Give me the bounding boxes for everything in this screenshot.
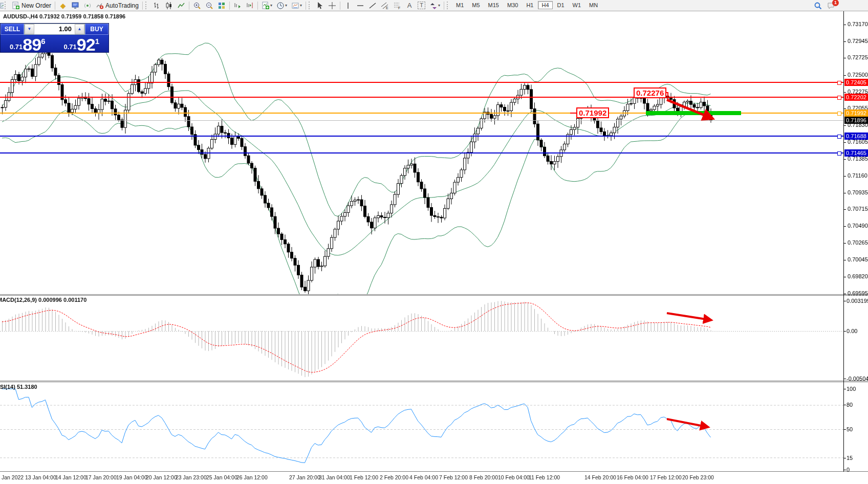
- svg-text:E: E: [386, 6, 388, 10]
- timeframe-M1[interactable]: M1: [452, 1, 467, 9]
- periods-button[interactable]: ▾: [274, 0, 289, 11]
- bar-chart-button[interactable]: [150, 0, 163, 11]
- timeframe-MN[interactable]: MN: [585, 1, 601, 9]
- green-highlight-band[interactable]: [646, 111, 741, 115]
- horizontal-level-line[interactable]: [0, 136, 843, 137]
- horizontal-level-line[interactable]: [0, 97, 843, 98]
- level-price-label: 0.71688: [844, 133, 868, 140]
- search-icon[interactable]: [814, 2, 822, 10]
- timeframe-M30[interactable]: M30: [504, 1, 522, 9]
- new-order-button[interactable]: New Order: [10, 0, 53, 11]
- volume-increase-button[interactable]: ▲: [75, 24, 84, 34]
- price-annotation-0.71992[interactable]: 0.71992: [576, 107, 609, 118]
- chart-symbol-ohlc-title: AUDUSD-,H4 0.71932 0.71959 0.71858 0.718…: [3, 13, 125, 19]
- buy-button[interactable]: BUY: [85, 24, 108, 35]
- price-tick-label: 0.72500: [848, 72, 868, 78]
- price-tick-label: 0.69595: [848, 290, 868, 296]
- chart-window-icon[interactable]: [0, 2, 4, 10]
- rsi-axis-label: 0: [847, 467, 850, 473]
- line-end-marker: [837, 81, 841, 85]
- time-axis-label: 2 Feb 20:00: [380, 474, 408, 480]
- chart-shift-button[interactable]: [244, 0, 256, 11]
- macd-axis-label: 0.00: [847, 328, 857, 334]
- indicators-button[interactable]: ▾: [259, 0, 274, 11]
- metaeditor-button[interactable]: ◆: [57, 0, 69, 11]
- toolbar-separator: [340, 2, 340, 10]
- bid-price-line: [0, 120, 843, 121]
- timeframe-H1[interactable]: H1: [523, 1, 537, 9]
- time-axis-label: 16 Feb 04:00: [617, 474, 648, 480]
- vertical-line-tool-button[interactable]: [342, 0, 354, 11]
- bid-price-big-digits: 89: [23, 37, 41, 52]
- level-price-label: 0.71992: [844, 109, 868, 117]
- time-axis-label: 11 Feb 12:00: [529, 474, 560, 480]
- price-annotation-0.72276[interactable]: 0.72276: [634, 87, 666, 98]
- chevron-down-icon: ▾: [285, 3, 287, 8]
- chevron-down-icon: ▾: [438, 3, 440, 8]
- chat-icon[interactable]: 1: [827, 2, 835, 10]
- text-tool-button[interactable]: A: [403, 0, 416, 11]
- autotrading-label: AutoTrading: [105, 2, 139, 9]
- crosshair-tool-button[interactable]: [326, 0, 338, 11]
- arrows-tool-button[interactable]: ▾: [427, 0, 442, 11]
- ask-price-pip-digit: 1: [95, 37, 99, 46]
- horizontal-level-line[interactable]: [0, 82, 843, 83]
- time-axis-label: 7 Feb 12:00: [439, 474, 468, 480]
- price-tick-label: 0.70715: [848, 206, 868, 212]
- time-axis-label: 14 Jan 12:00: [55, 474, 86, 480]
- line-end-marker: [837, 151, 841, 156]
- signals-button[interactable]: [81, 0, 94, 11]
- zoom-out-button[interactable]: [203, 0, 215, 11]
- autotrading-button[interactable]: AutoTrading: [94, 0, 141, 11]
- toolbar-separator: [306, 2, 306, 10]
- timeframe-D1[interactable]: D1: [554, 1, 568, 9]
- trendline-icon: [368, 2, 377, 10]
- time-axis-label: 23 Jan 23:00: [176, 474, 207, 480]
- time-axis-label: Jan 2022: [2, 474, 24, 480]
- equidistant-channel-tool-button[interactable]: E: [379, 0, 391, 11]
- toolbar-separator: [444, 2, 444, 10]
- time-axis-label: 31 Jan 04:00: [319, 474, 350, 480]
- line-end-marker: [837, 96, 841, 100]
- vertical-line-icon: [344, 2, 352, 10]
- text-label-tool-button[interactable]: T: [416, 0, 427, 11]
- chart-canvas[interactable]: [0, 0, 868, 484]
- volume-input[interactable]: 1.00: [34, 24, 75, 34]
- new-order-label: New Order: [21, 2, 51, 9]
- bar-chart-icon: [153, 2, 161, 10]
- sell-button[interactable]: SELL: [1, 24, 24, 35]
- zoom-in-button[interactable]: [191, 0, 203, 11]
- ask-price-prefix: 0.71: [64, 43, 77, 51]
- volume-decrease-button[interactable]: ▼: [25, 24, 34, 34]
- rsi-axis-label: 100: [847, 386, 856, 392]
- horizontal-level-line[interactable]: [0, 152, 843, 153]
- ask-price-big-digits: 92: [77, 37, 95, 52]
- auto-scroll-button[interactable]: [231, 0, 244, 11]
- line-chart-icon: [177, 2, 185, 10]
- timeframe-H4[interactable]: H4: [538, 1, 552, 9]
- metaeditor-icon: ◆: [59, 2, 67, 10]
- candlestick-chart-button[interactable]: [163, 0, 175, 11]
- horizontal-line-tool-button[interactable]: [354, 0, 366, 11]
- time-axis-label: 27 Jan 20:00: [289, 474, 320, 480]
- timeframe-group: M1M5M15M30H1H4D1W1MN: [452, 2, 602, 9]
- svg-text:F: F: [398, 6, 400, 10]
- fibonacci-tool-button[interactable]: F: [391, 0, 403, 11]
- timeframe-M5[interactable]: M5: [468, 1, 483, 9]
- text-label-icon: T: [418, 2, 425, 9]
- macd-axis-label: 0.003199: [847, 298, 868, 304]
- arrows-icon: [429, 2, 438, 10]
- trendline-tool-button[interactable]: [366, 0, 379, 11]
- tile-windows-button[interactable]: [215, 0, 228, 11]
- line-chart-button[interactable]: [175, 0, 187, 11]
- time-axis-label: 10 Feb 04:00: [498, 474, 530, 480]
- time-axis-label: 20 Jan 12:00: [146, 474, 177, 480]
- strategy-tester-button[interactable]: [69, 0, 81, 11]
- cursor-tool-button[interactable]: [314, 0, 326, 11]
- templates-button[interactable]: ▾: [289, 0, 304, 11]
- time-axis-label: 20 Feb 23:00: [682, 474, 714, 480]
- timeframe-W1[interactable]: W1: [569, 1, 585, 9]
- time-axis-label: 13 Jan 04:00: [25, 474, 56, 480]
- timeframe-M15[interactable]: M15: [485, 1, 503, 9]
- toolbar-separator: [55, 2, 55, 10]
